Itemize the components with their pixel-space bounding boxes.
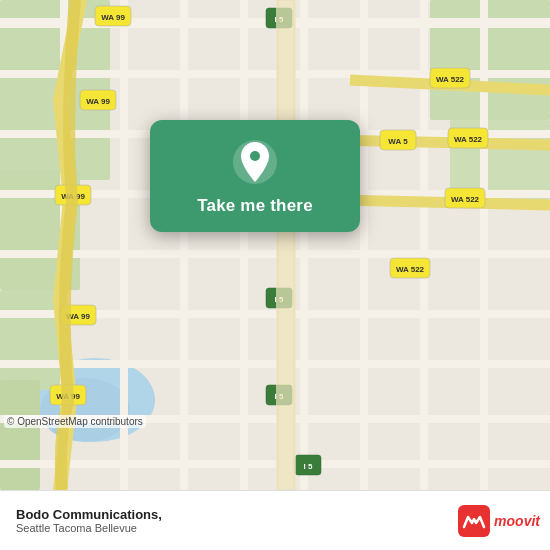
svg-rect-24 (360, 0, 368, 490)
svg-text:WA 5: WA 5 (388, 137, 408, 146)
svg-rect-6 (0, 290, 60, 390)
svg-rect-18 (0, 460, 550, 468)
svg-rect-14 (0, 250, 550, 258)
svg-rect-23 (300, 0, 308, 490)
svg-rect-16 (0, 360, 550, 368)
location-name: Bodo Communications, (16, 507, 162, 522)
svg-rect-56 (276, 0, 296, 490)
svg-rect-7 (0, 380, 40, 490)
navigation-popup[interactable]: Take me there (150, 120, 360, 232)
svg-text:WA 522: WA 522 (396, 265, 425, 274)
map-copyright: © OpenStreetMap contributors (4, 415, 146, 428)
svg-rect-26 (480, 0, 488, 490)
bottom-info-bar: Bodo Communications, Seattle Tacoma Bell… (0, 490, 550, 550)
svg-rect-21 (180, 0, 188, 490)
location-info: Bodo Communications, Seattle Tacoma Bell… (16, 507, 458, 534)
svg-text:WA 522: WA 522 (451, 195, 480, 204)
svg-rect-22 (240, 0, 248, 490)
svg-text:WA 99: WA 99 (86, 97, 110, 106)
moovit-brand-text: moovit (494, 513, 540, 529)
take-me-there-button[interactable]: Take me there (197, 196, 313, 216)
moovit-icon (458, 505, 490, 537)
svg-text:I 5: I 5 (304, 462, 313, 471)
map-view: WA 99 WA 99 WA 99 WA 99 WA 99 WA 522 WA … (0, 0, 550, 490)
moovit-logo[interactable]: moovit (458, 505, 540, 537)
copyright-text: © OpenStreetMap contributors (7, 416, 143, 427)
svg-text:WA 522: WA 522 (436, 75, 465, 84)
svg-text:WA 99: WA 99 (101, 13, 125, 22)
location-sub: Seattle Tacoma Bellevue (16, 522, 137, 534)
svg-rect-25 (420, 0, 428, 490)
svg-text:WA 522: WA 522 (454, 135, 483, 144)
svg-point-58 (250, 151, 260, 161)
location-pin-icon (231, 138, 279, 186)
